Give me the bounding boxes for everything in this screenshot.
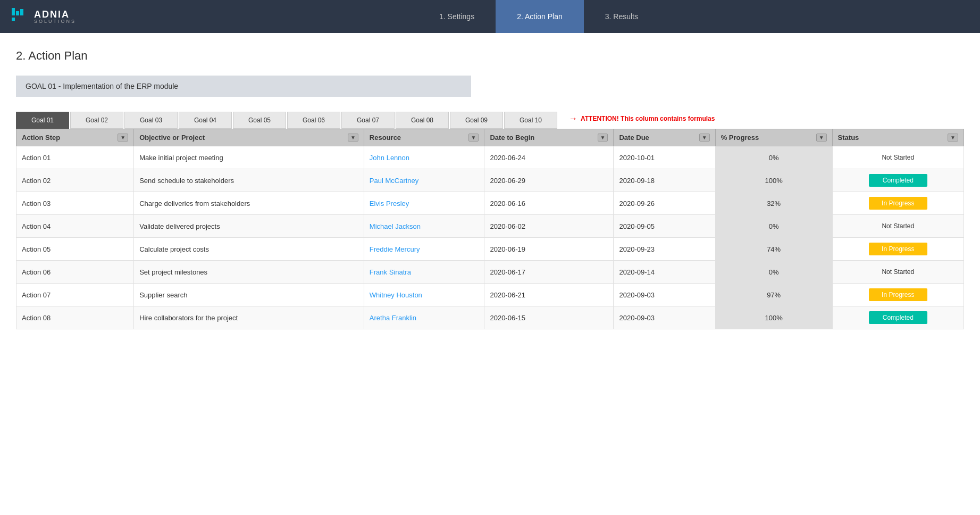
column-header-objective-or-project: Objective or Project▼ <box>134 129 364 146</box>
date-begin-cell: 2020-06-19 <box>484 238 614 261</box>
goal-tabs-wrapper: Goal 01Goal 02Goal 03Goal 04Goal 05Goal … <box>16 112 964 129</box>
progress-cell: 0% <box>715 146 832 169</box>
filter-button[interactable]: ▼ <box>468 134 479 142</box>
status-cell: Completed <box>832 306 964 329</box>
status-badge: Completed <box>869 311 927 324</box>
logo-adnia: ADNIA <box>34 10 76 19</box>
objective-cell: Make initial project meeting <box>134 146 364 169</box>
goal-tab-10[interactable]: Goal 10 <box>504 112 557 129</box>
column-header-date-due: Date Due▼ <box>614 129 715 146</box>
main-content: 2. Action Plan GOAL 01 - Implementation … <box>0 33 980 345</box>
tab-results[interactable]: 3. Results <box>584 0 659 33</box>
filter-button[interactable]: ▼ <box>948 134 958 142</box>
column-header-resource: Resource▼ <box>364 129 484 146</box>
date-due-cell: 2020-09-03 <box>614 284 715 306</box>
svg-rect-2 <box>20 9 23 15</box>
logo-icon <box>11 7 30 26</box>
column-label: Resource <box>370 134 401 142</box>
table-row: Action 05Calculate project costsFreddie … <box>16 238 964 261</box>
action-plan-table: Action Step▼Objective or Project▼Resourc… <box>16 129 964 329</box>
svg-rect-3 <box>12 18 15 21</box>
table-row: Action 08Hire collaborators for the proj… <box>16 306 964 329</box>
progress-cell: 100% <box>715 306 832 329</box>
date-begin-cell: 2020-06-15 <box>484 306 614 329</box>
logo: ADNIA SOLUTIONS <box>11 7 76 26</box>
top-navigation: ADNIA SOLUTIONS 1. Settings 2. Action Pl… <box>0 0 980 33</box>
resource-cell: Michael Jackson <box>364 215 484 238</box>
objective-cell: Supplier search <box>134 284 364 306</box>
tab-settings[interactable]: 1. Settings <box>418 0 496 33</box>
goal-tab-1[interactable]: Goal 01 <box>16 112 69 129</box>
action-step-cell: Action 01 <box>16 146 134 169</box>
resource-cell: Elvis Presley <box>364 192 484 215</box>
table-wrapper: Action Step▼Objective or Project▼Resourc… <box>16 129 964 329</box>
goal-tab-7[interactable]: Goal 07 <box>341 112 395 129</box>
nav-tabs: 1. Settings 2. Action Plan 3. Results <box>108 0 969 33</box>
table-row: Action 06Set project milestonesFrank Sin… <box>16 261 964 284</box>
status-badge: Not Started <box>869 151 927 164</box>
column-header-status: Status▼ <box>832 129 964 146</box>
table-row: Action 07Supplier searchWhitney Houston2… <box>16 284 964 306</box>
action-step-cell: Action 07 <box>16 284 134 306</box>
progress-cell: 97% <box>715 284 832 306</box>
column-label: % Progress <box>721 134 759 142</box>
column-label: Status <box>838 134 859 142</box>
progress-cell: 32% <box>715 192 832 215</box>
filter-button[interactable]: ▼ <box>816 134 827 142</box>
status-badge: In Progress <box>869 197 927 210</box>
date-begin-cell: 2020-06-02 <box>484 215 614 238</box>
objective-cell: Charge deliveries from stakeholders <box>134 192 364 215</box>
column-header-date-to-begin: Date to Begin▼ <box>484 129 614 146</box>
goal-tab-9[interactable]: Goal 09 <box>450 112 503 129</box>
status-cell: Not Started <box>832 261 964 284</box>
goal-tab-6[interactable]: Goal 06 <box>287 112 340 129</box>
date-begin-cell: 2020-06-16 <box>484 192 614 215</box>
filter-button[interactable]: ▼ <box>598 134 608 142</box>
date-due-cell: 2020-09-14 <box>614 261 715 284</box>
attention-text: ATTENTION! This column contains formulas <box>581 115 715 122</box>
objective-cell: Set project milestones <box>134 261 364 284</box>
table-body: Action 01Make initial project meetingJoh… <box>16 146 964 329</box>
date-due-cell: 2020-09-05 <box>614 215 715 238</box>
date-due-cell: 2020-09-23 <box>614 238 715 261</box>
goal-tab-5[interactable]: Goal 05 <box>233 112 286 129</box>
progress-cell: 100% <box>715 169 832 192</box>
status-cell: In Progress <box>832 238 964 261</box>
status-badge: Completed <box>869 174 927 187</box>
resource-cell: Aretha Franklin <box>364 306 484 329</box>
date-begin-cell: 2020-06-21 <box>484 284 614 306</box>
action-step-cell: Action 08 <box>16 306 134 329</box>
objective-cell: Validate delivered projects <box>134 215 364 238</box>
date-begin-cell: 2020-06-29 <box>484 169 614 192</box>
filter-button[interactable]: ▼ <box>699 134 710 142</box>
goal-tabs: Goal 01Goal 02Goal 03Goal 04Goal 05Goal … <box>16 112 558 129</box>
objective-cell: Send schedule to stakeholders <box>134 169 364 192</box>
svg-rect-1 <box>16 11 19 15</box>
date-due-cell: 2020-09-26 <box>614 192 715 215</box>
goal-tab-4[interactable]: Goal 04 <box>179 112 232 129</box>
column-header-action-step: Action Step▼ <box>16 129 134 146</box>
date-due-cell: 2020-10-01 <box>614 146 715 169</box>
goal-tab-8[interactable]: Goal 08 <box>396 112 449 129</box>
goal-tab-3[interactable]: Goal 03 <box>124 112 178 129</box>
status-badge: Not Started <box>869 220 927 232</box>
action-step-cell: Action 04 <box>16 215 134 238</box>
table-header: Action Step▼Objective or Project▼Resourc… <box>16 129 964 146</box>
status-cell: Not Started <box>832 146 964 169</box>
table-row: Action 02Send schedule to stakeholdersPa… <box>16 169 964 192</box>
tab-action-plan[interactable]: 2. Action Plan <box>496 0 584 33</box>
page-title: 2. Action Plan <box>16 49 964 63</box>
filter-button[interactable]: ▼ <box>348 134 358 142</box>
filter-button[interactable]: ▼ <box>118 134 128 142</box>
resource-cell: Freddie Mercury <box>364 238 484 261</box>
status-cell: Not Started <box>832 215 964 238</box>
progress-cell: 0% <box>715 261 832 284</box>
date-due-cell: 2020-09-03 <box>614 306 715 329</box>
action-step-cell: Action 03 <box>16 192 134 215</box>
status-badge: In Progress <box>869 288 927 301</box>
action-step-cell: Action 05 <box>16 238 134 261</box>
date-due-cell: 2020-09-18 <box>614 169 715 192</box>
resource-cell: Whitney Houston <box>364 284 484 306</box>
action-step-cell: Action 06 <box>16 261 134 284</box>
goal-tab-2[interactable]: Goal 02 <box>70 112 123 129</box>
